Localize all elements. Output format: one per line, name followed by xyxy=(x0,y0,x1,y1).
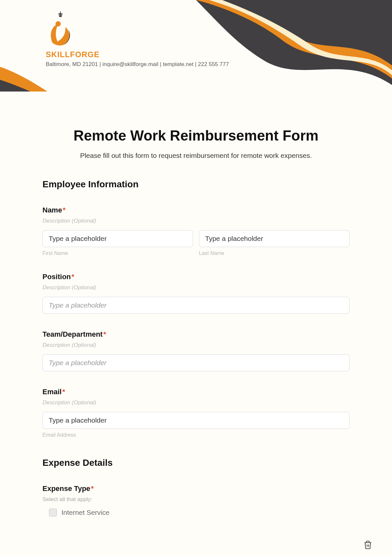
field-email-label-text: Email xyxy=(42,388,62,396)
email-input[interactable] xyxy=(42,412,350,429)
field-team-label-text: Team/Department xyxy=(42,330,103,338)
field-email: Email* Description (Optional) Email Addr… xyxy=(42,388,350,438)
first-name-sublabel: First Name xyxy=(42,250,193,256)
required-mark: * xyxy=(72,273,74,281)
field-name-label: Name* xyxy=(42,206,350,214)
required-mark: * xyxy=(91,484,94,493)
field-position: Position* Description (Optional) xyxy=(42,273,350,314)
expense-option-row: Internet Service xyxy=(42,509,350,516)
last-name-sublabel: Last Name xyxy=(199,250,350,256)
field-team-label: Team/Department* xyxy=(42,330,350,339)
field-position-desc: Description (Optional) xyxy=(42,284,350,291)
section-employee-info: Employee Information xyxy=(42,179,350,190)
expense-option-label: Internet Service xyxy=(61,509,109,516)
required-mark: * xyxy=(63,206,66,214)
field-name: Name* Description (Optional) First Name … xyxy=(42,206,350,256)
section-expense-details: Expense Details xyxy=(42,458,350,468)
expense-option-checkbox[interactable] xyxy=(49,509,57,516)
field-email-desc: Description (Optional) xyxy=(42,399,350,406)
field-name-desc: Description (Optional) xyxy=(42,218,350,224)
team-input[interactable] xyxy=(42,354,350,371)
page-header: SKILLFORGE Baltimore, MD 21201 | inquire… xyxy=(0,0,392,92)
field-team-desc: Description (Optional) xyxy=(42,342,350,348)
field-expense-type-label-text: Expense Type xyxy=(42,484,90,493)
email-sublabel: Email Address xyxy=(42,432,350,438)
brand-block: SKILLFORGE Baltimore, MD 21201 | inquire… xyxy=(46,11,229,68)
trash-icon[interactable] xyxy=(363,540,372,549)
brand-logo-icon xyxy=(46,11,75,47)
form-body: Remote Work Reimbursement Form Please fi… xyxy=(0,127,392,530)
form-title: Remote Work Reimbursement Form xyxy=(42,127,350,144)
field-name-label-text: Name xyxy=(42,206,62,214)
form-subtitle: Please fill out this form to request rei… xyxy=(42,152,350,160)
field-position-label: Position* xyxy=(42,273,350,281)
position-input[interactable] xyxy=(42,297,350,314)
field-expense-type-label: Expense Type* xyxy=(42,484,350,493)
required-mark: * xyxy=(62,388,65,396)
expense-type-hint: Select all that apply: xyxy=(42,496,350,503)
first-name-input[interactable] xyxy=(42,230,193,247)
brand-name: SKILLFORGE xyxy=(46,50,229,59)
field-email-label: Email* xyxy=(42,388,350,396)
field-team: Team/Department* Description (Optional) xyxy=(42,330,350,371)
last-name-input[interactable] xyxy=(199,230,350,247)
required-mark: * xyxy=(103,330,106,338)
brand-contact-line: Baltimore, MD 21201 | inquire@skillforge… xyxy=(46,61,229,68)
field-position-label-text: Position xyxy=(42,273,71,281)
field-expense-type: Expense Type* Select all that apply: Int… xyxy=(42,484,350,516)
